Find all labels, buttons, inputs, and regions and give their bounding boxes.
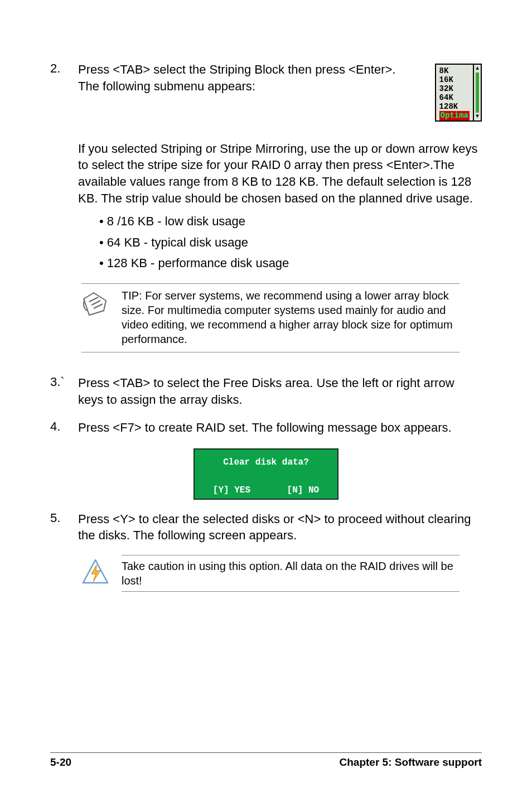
step-number: 5. xyxy=(50,511,78,544)
arrow-up-icon: ▲ xyxy=(474,66,481,71)
dialog-yes-option: [Y] YES xyxy=(213,485,250,495)
step-5-text: Press <Y> to clear the selected disks or… xyxy=(78,511,482,544)
stripe-block-menu: 8K 16K 32K 64K 128K Optima ▲ ▼ xyxy=(435,64,482,122)
step-5: 5. Press <Y> to clear the selected disks… xyxy=(50,511,482,544)
step-2-text: Press <TAB> select the Striping Block th… xyxy=(78,61,418,94)
menu-item-selected: Optima xyxy=(439,111,470,120)
step-number: 3.` xyxy=(50,375,78,408)
step-3-text: Press <TAB> to select the Free Disks are… xyxy=(78,375,482,408)
note-hand-icon xyxy=(81,287,112,318)
bullet-item: 64 KB - typical disk usage xyxy=(99,232,482,253)
step-2: 2. Press <TAB> select the Striping Block… xyxy=(50,61,482,122)
step-number: 4. xyxy=(50,419,78,436)
stripe-paragraph: If you selected Striping or Stripe Mirro… xyxy=(50,141,482,207)
menu-item: 32K xyxy=(439,84,470,93)
step-4-text: Press <F7> to create RAID set. The follo… xyxy=(78,419,482,436)
menu-scrollbar: ▲ ▼ xyxy=(473,65,481,120)
bullet-item: 128 KB - performance disk usage xyxy=(99,253,482,273)
caution-text: Take caution in using this option. All d… xyxy=(122,555,460,592)
bullet-item: 8 /16 KB - low disk usage xyxy=(99,211,482,231)
tip-callout: TIP: For server systems, we recommend us… xyxy=(81,283,460,352)
tip-text: TIP: For server systems, we recommend us… xyxy=(122,287,460,346)
dialog-no-option: [N] NO xyxy=(287,485,320,495)
dialog-title: Clear disk data? xyxy=(195,450,337,482)
step-number: 2. xyxy=(50,61,78,122)
menu-item: 8K xyxy=(439,66,470,75)
bullet-list: 8 /16 KB - low disk usage 64 KB - typica… xyxy=(50,211,482,273)
arrow-down-icon: ▼ xyxy=(474,114,481,119)
menu-item: 64K xyxy=(439,93,470,102)
caution-callout: Take caution in using this option. All d… xyxy=(81,555,460,592)
menu-item: 128K xyxy=(439,102,470,111)
step-4: 4. Press <F7> to create RAID set. The fo… xyxy=(50,419,482,436)
page-footer: 5-20 Chapter 5: Software support xyxy=(50,752,482,769)
step-3: 3.` Press <TAB> to select the Free Disks… xyxy=(50,375,482,408)
warning-bolt-icon xyxy=(81,558,112,588)
menu-item: 16K xyxy=(439,75,470,84)
page-number: 5-20 xyxy=(50,756,71,769)
clear-disk-dialog: Clear disk data? [Y] YES [N] NO xyxy=(50,448,482,500)
chapter-title: Chapter 5: Software support xyxy=(340,756,482,769)
